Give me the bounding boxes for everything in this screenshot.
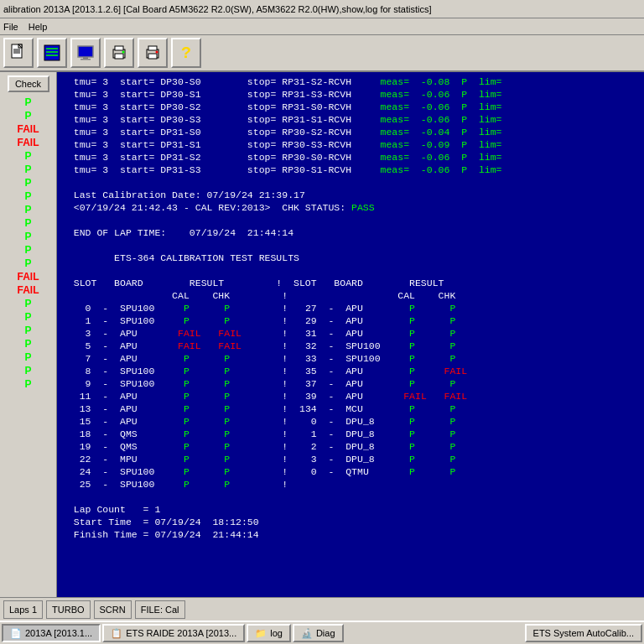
tmu-line-2: tmu= 3 start= DP30-S1 stop= RP31-S3-RCVH…	[62, 88, 639, 101]
sidebar-status-2: P	[24, 109, 31, 122]
svg-rect-12	[80, 59, 91, 60]
toolbar-printer2-btn[interactable]	[138, 38, 168, 68]
finish-time-line: Finish Time = 07/19/24 21:44:14	[62, 528, 639, 541]
status-turbo: TURBO	[46, 600, 91, 619]
svg-rect-6	[44, 45, 60, 60]
toolbar-list-btn[interactable]	[37, 38, 67, 68]
title-bar: alibration 2013A [2013.1.2.6] [Cal Board…	[0, 0, 644, 18]
table-row-25: 25 - SPU100 P P !	[62, 478, 639, 491]
main-area: Check P P FAIL FAIL P P P P P P P P P FA…	[0, 72, 644, 597]
taskbar: 📄 2013A [2013.1... 📋 ETS RAIDE 2013A [20…	[0, 621, 644, 644]
blank-line-1	[62, 176, 639, 189]
last-cal-date: Last Calibration Date: 07/19/24 21:39.17	[62, 189, 639, 201]
tmu-line-6: tmu= 3 start= DP31-S1 stop= RP30-S3-RCVH…	[62, 138, 639, 151]
table-header-2: CAL CHK ! CAL CHK	[62, 289, 639, 302]
toolbar-monitor-btn[interactable]	[70, 38, 101, 68]
tmu-line-3: tmu= 3 start= DP30-S2 stop= RP31-S0-RCVH…	[62, 101, 639, 113]
taskbar-btn-raide[interactable]: 📋 ETS RAIDE 2013A [2013...	[102, 624, 245, 642]
ets-header: ETS-364 CALIBRATION TEST RESULTS	[62, 252, 639, 264]
sidebar-status-fail-3: FAIL	[18, 270, 39, 283]
toolbar-help-btn[interactable]: ?	[171, 38, 201, 68]
tmu-line-8: tmu= 3 start= DP31-S3 stop= RP30-S1-RCVH…	[62, 164, 639, 176]
chk-status-line: <07/19/24 21:42.43 - CAL REV:2013> CHK S…	[62, 201, 639, 214]
table-row-11: 11 - APU P P ! 39 - APU FAIL FAIL	[62, 390, 639, 402]
sidebar-status-13: P	[24, 310, 31, 324]
taskbar-right: ETS System AutoCalib...	[525, 624, 642, 642]
sidebar-status-16: P	[24, 351, 31, 364]
taskbar-list-icon: 📋	[111, 628, 122, 639]
sidebar-status-14: P	[24, 324, 31, 337]
table-row-1: 1 - SPU100 P P ! 29 - APU P P	[62, 314, 639, 327]
toolbar: ?	[0, 35, 644, 72]
sidebar-status-4: P	[24, 163, 31, 176]
sidebar-status-11: P	[24, 257, 31, 270]
sidebar: Check P P FAIL FAIL P P P P P P P P P FA…	[0, 72, 57, 597]
blank-line-3	[62, 239, 639, 252]
svg-rect-18	[148, 46, 157, 50]
menu-file[interactable]: File	[3, 22, 18, 32]
sidebar-status-18: P	[24, 377, 31, 391]
sidebar-status-1: P	[24, 96, 31, 109]
table-row-22: 22 - MPU P P ! 3 - DPU_8 P P	[62, 453, 639, 465]
blank-line-5	[62, 491, 639, 503]
table-row-19: 19 - QMS P P ! 2 - DPU_8 P P	[62, 440, 639, 453]
sidebar-status-5: P	[24, 176, 31, 190]
toolbar-doc-btn[interactable]	[3, 38, 34, 68]
taskbar-log-label: log	[270, 628, 283, 638]
svg-rect-10	[78, 46, 93, 57]
taskbar-raide-label: ETS RAIDE 2013A [2013...	[126, 628, 236, 638]
svg-rect-19	[148, 54, 157, 59]
table-row-9: 9 - SPU100 P P ! 37 - APU P P	[62, 377, 639, 390]
status-scrn: SCRN	[94, 600, 132, 619]
taskbar-ets-label: ETS System AutoCalib...	[533, 628, 634, 638]
taskbar-diag-icon: 🔬	[301, 628, 313, 639]
taskbar-folder-icon: 📁	[255, 628, 267, 639]
tmu-line-4: tmu= 3 start= DP30-S3 stop= RP31-S1-RCVH…	[62, 113, 639, 126]
sidebar-status-fail-2: FAIL	[18, 136, 39, 149]
table-header-1: SLOT BOARD RESULT ! SLOT BOARD RESULT	[62, 277, 639, 289]
sidebar-status-12: P	[24, 297, 31, 310]
table-row-15: 15 - APU P P ! 0 - DPU_8 P P	[62, 415, 639, 428]
table-row-24: 24 - SPU100 P P ! 0 - QTMU P P	[62, 465, 639, 478]
tmu-line-7: tmu= 3 start= DP31-S2 stop= RP30-S0-RCVH…	[62, 151, 639, 164]
taskbar-btn-ets[interactable]: ETS System AutoCalib...	[525, 624, 642, 642]
taskbar-btn-log[interactable]: 📁 log	[247, 624, 291, 642]
check-button[interactable]: Check	[8, 75, 49, 92]
start-time-line: Start Time = 07/19/24 18:12:50	[62, 516, 639, 528]
blank-line-4	[62, 264, 639, 277]
status-file: FILE: Cal	[135, 600, 185, 619]
table-row-5: 5 - APU FAIL FAIL ! 32 - SPU100 P P	[62, 340, 639, 352]
table-row-13: 13 - APU P P ! 134 - MCU P P	[62, 402, 639, 415]
toolbar-print-btn[interactable]	[104, 38, 134, 68]
taskbar-btn-diag[interactable]: 🔬 Diag	[293, 624, 344, 642]
svg-point-16	[122, 51, 125, 54]
sidebar-status-9: P	[24, 230, 31, 243]
table-row-18: 18 - QMS P P ! 1 - DPU_8 P P	[62, 428, 639, 440]
taskbar-diag-label: Diag	[316, 628, 335, 638]
table-row-7: 7 - APU P P ! 33 - SPU100 P P	[62, 352, 639, 365]
status-laps: Laps 1	[3, 600, 43, 619]
sidebar-status-fail-1: FAIL	[18, 122, 39, 136]
sidebar-status-10: P	[24, 243, 31, 257]
menu-help[interactable]: Help	[29, 22, 48, 32]
taskbar-btn-2013a[interactable]: 📄 2013A [2013.1...	[2, 624, 101, 642]
sidebar-status-3: P	[24, 149, 31, 163]
sidebar-status-fail-4: FAIL	[18, 283, 39, 297]
title-text: alibration 2013A [2013.1.2.6] [Cal Board…	[3, 4, 432, 14]
content-area[interactable]: tmu= 3 start= DP30-S0 stop= RP31-S2-RCVH…	[57, 72, 644, 597]
blank-line-2	[62, 214, 639, 226]
end-of-lap: END OF LAP TIME: 07/19/24 21:44:14	[62, 226, 639, 239]
taskbar-doc-icon: 📄	[10, 628, 22, 639]
table-row-8: 8 - SPU100 P P ! 35 - APU P FAIL	[62, 365, 639, 377]
table-row-3: 3 - APU FAIL FAIL ! 31 - APU P P	[62, 327, 639, 340]
svg-point-20	[156, 51, 158, 54]
svg-rect-15	[115, 54, 123, 59]
menu-bar: File Help	[0, 18, 644, 35]
tmu-line-5: tmu= 3 start= DP31-S0 stop= RP30-S2-RCVH…	[62, 126, 639, 138]
sidebar-status-15: P	[24, 337, 31, 351]
sidebar-status-17: P	[24, 364, 31, 377]
taskbar-2013a-label: 2013A [2013.1...	[25, 628, 92, 638]
tmu-line-1: tmu= 3 start= DP30-S0 stop= RP31-S2-RCVH…	[62, 75, 639, 88]
svg-rect-14	[115, 46, 123, 50]
sidebar-status-6: P	[24, 190, 31, 203]
